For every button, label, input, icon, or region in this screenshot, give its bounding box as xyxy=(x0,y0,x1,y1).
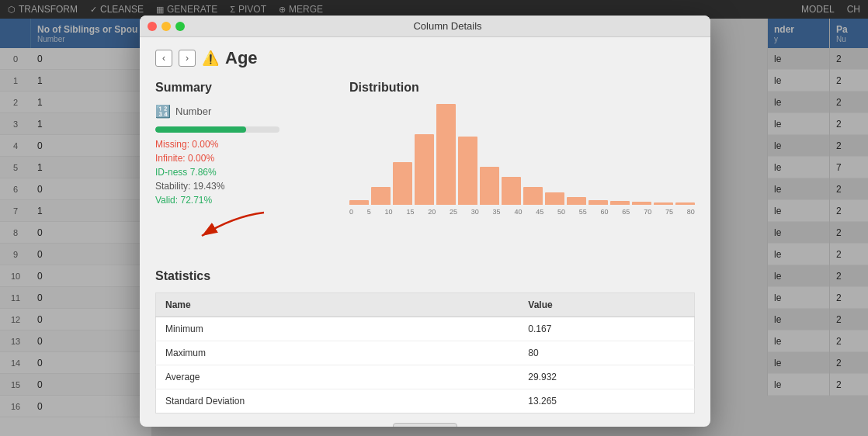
stats-row-name: Minimum xyxy=(156,317,519,341)
summary-distribution-row: Summary 🔢 Number Missing: 0.00% Infinite… xyxy=(155,81,695,254)
histogram-bar xyxy=(371,187,391,205)
minimize-traffic-light[interactable] xyxy=(161,22,171,31)
histogram-axis-label: 75 xyxy=(665,208,673,216)
column-title: Age xyxy=(225,48,258,68)
histogram-bar xyxy=(545,192,564,205)
histogram-axis-label: 25 xyxy=(450,208,457,216)
modal-title: Column Details xyxy=(193,20,703,32)
distribution-section: Distribution 051015202530354045505560657… xyxy=(349,81,695,254)
stats-value-header: Value xyxy=(519,293,694,317)
histogram-axis-label: 65 xyxy=(622,208,630,216)
maximize-traffic-light[interactable] xyxy=(175,22,185,31)
stats-name-header: Name xyxy=(156,293,519,317)
histogram-axis-label: 10 xyxy=(385,208,393,216)
arrow-annotation-container xyxy=(155,209,326,254)
histogram-bar xyxy=(589,200,608,206)
histogram-axis-label: 0 xyxy=(349,208,353,216)
stats-row-value: 29.932 xyxy=(519,365,694,389)
stats-row-value: 80 xyxy=(519,341,694,365)
column-header: ‹ › ⚠️ Age xyxy=(155,48,695,68)
stability-stat: Stability: 19.43% xyxy=(155,181,326,192)
histogram-axis-label: 80 xyxy=(687,208,695,216)
histogram-bar xyxy=(610,201,630,205)
modal-body: ‹ › ⚠️ Age Summary 🔢 Number Missing: 0.0… xyxy=(140,37,710,427)
summary-title: Summary xyxy=(155,81,326,95)
histogram-bar xyxy=(675,202,695,205)
histogram-bar xyxy=(349,200,369,206)
stats-row: Maximum80 xyxy=(156,341,695,365)
histogram-axis-label: 15 xyxy=(406,208,414,216)
idness-stat: ID-ness 7.86% xyxy=(155,167,326,178)
histogram-bar xyxy=(567,197,586,205)
progress-bar-fill xyxy=(155,126,246,133)
valid-progress-bar xyxy=(155,126,279,133)
histogram-axis-label: 40 xyxy=(514,208,522,216)
infinite-stat: Infinite: 0.00% xyxy=(155,153,326,164)
histogram-axis-label: 30 xyxy=(471,208,479,216)
histogram-bar xyxy=(393,162,412,205)
stats-row: Standard Deviation13.265 xyxy=(156,389,695,414)
type-badge: 🔢 Number xyxy=(155,104,326,119)
type-label: Number xyxy=(175,106,211,117)
histogram-axis-label: 70 xyxy=(644,208,651,216)
histogram-axis-label: 55 xyxy=(579,208,587,216)
stats-row-name: Standard Deviation xyxy=(156,389,519,414)
close-traffic-light[interactable] xyxy=(148,22,157,31)
column-warning-icon: ⚠️ xyxy=(202,50,219,67)
modal-footer: Close xyxy=(155,414,695,427)
stats-row: Minimum0.167 xyxy=(156,317,695,341)
histogram-bar xyxy=(436,104,456,205)
distribution-title: Distribution xyxy=(349,81,695,95)
stats-row-value: 0.167 xyxy=(519,317,694,341)
number-type-icon: 🔢 xyxy=(155,104,171,119)
stats-row-value: 13.265 xyxy=(519,389,694,414)
column-details-modal: Column Details ‹ › ⚠️ Age Summary 🔢 Numb… xyxy=(140,16,710,427)
red-arrow-annotation xyxy=(155,209,279,251)
histogram-bar xyxy=(480,167,499,205)
histogram-axis-label: 20 xyxy=(428,208,436,216)
modal-titlebar: Column Details xyxy=(140,16,710,37)
histogram-axis-label: 5 xyxy=(367,208,371,216)
histogram-axis-label: 45 xyxy=(536,208,543,216)
statistics-title: Statistics xyxy=(155,269,695,283)
statistics-table: Name Value Minimum0.167Maximum80Average2… xyxy=(155,292,695,414)
histogram-bar xyxy=(502,177,521,205)
valid-stat: Valid: 72.71% xyxy=(155,195,326,206)
histogram-bar xyxy=(654,202,673,205)
histogram-bar xyxy=(458,137,477,205)
histogram-axis-label: 50 xyxy=(557,208,565,216)
stats-row-name: Maximum xyxy=(156,341,519,365)
histogram-axis-label: 60 xyxy=(601,208,609,216)
histogram-axis-label: 35 xyxy=(493,208,501,216)
next-column-button[interactable]: › xyxy=(179,50,196,67)
histogram-bars xyxy=(349,104,695,205)
missing-stat: Missing: 0.00% xyxy=(155,139,326,150)
statistics-section: Statistics Name Value Minimum0.167Maximu… xyxy=(155,269,695,414)
histogram-container: 05101520253035404550556065707580 xyxy=(349,104,695,228)
stats-row: Average29.932 xyxy=(156,365,695,389)
summary-section: Summary 🔢 Number Missing: 0.00% Infinite… xyxy=(155,81,326,254)
histogram-bar xyxy=(632,202,651,205)
histogram-bar xyxy=(415,134,434,205)
traffic-lights xyxy=(148,22,185,31)
histogram-bar xyxy=(523,187,543,205)
close-button[interactable]: Close xyxy=(393,423,457,427)
prev-column-button[interactable]: ‹ xyxy=(155,50,172,67)
stats-row-name: Average xyxy=(156,365,519,389)
histogram-axis: 05101520253035404550556065707580 xyxy=(349,208,695,216)
